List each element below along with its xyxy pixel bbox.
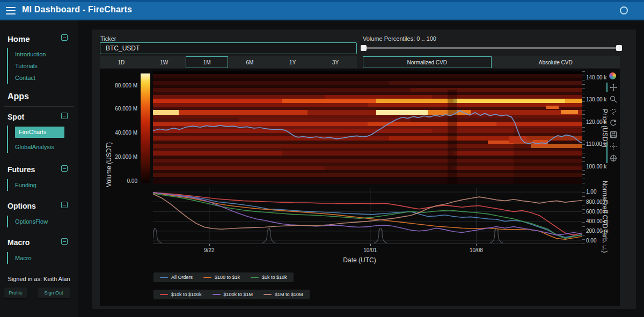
sidebar-header-apps: Apps bbox=[8, 92, 72, 101]
legend-swatch bbox=[264, 294, 272, 296]
absolute-cvd-button[interactable]: Absolute CVD bbox=[492, 56, 620, 68]
cvd-toggle-group: Normalized CVD Absolute CVD bbox=[363, 56, 620, 68]
lasso-select-icon[interactable] bbox=[609, 106, 618, 116]
legend-swatch bbox=[160, 277, 168, 278]
range-button-group: 1D 1W 1M 6M 1Y 3Y bbox=[100, 56, 357, 68]
save-icon[interactable] bbox=[609, 130, 618, 139]
range-button-1m[interactable]: 1M bbox=[186, 56, 229, 68]
sidebar-header-home: Home bbox=[8, 34, 72, 43]
price-tick: 140.00 k bbox=[586, 75, 606, 80]
colorbar-tick: 80.000 M bbox=[100, 83, 137, 89]
app-root: MI Dashboard - FireCharts Home Introduct… bbox=[0, 0, 644, 317]
legend-item[interactable]: $10k to $100k bbox=[160, 292, 202, 297]
crosshair-icon[interactable] bbox=[609, 153, 618, 163]
slider-handle-max[interactable] bbox=[616, 45, 622, 51]
modebar-active-indicator bbox=[606, 83, 608, 92]
colorbar-tick: 40.000 M bbox=[100, 130, 137, 136]
reset-axes-icon[interactable] bbox=[609, 118, 618, 128]
sidebar-item-globalanalysis[interactable]: GlobalAnalysis bbox=[15, 141, 70, 153]
x-tick-mark bbox=[370, 244, 371, 246]
modebar-active-indicator bbox=[606, 142, 608, 163]
slider-handle-min[interactable] bbox=[361, 45, 367, 51]
sidebar-group-home: Introduction Tutorials Contact bbox=[7, 48, 70, 84]
sidebar-group-options: OptionsFlow bbox=[7, 216, 70, 227]
sidebar-item-macro[interactable]: Macro bbox=[15, 252, 70, 264]
legend-item[interactable]: $1k to $10k bbox=[251, 275, 287, 280]
cvd-axis-title: Normalized CVD (arb. u.) bbox=[601, 171, 609, 262]
range-button-1d[interactable]: 1D bbox=[100, 56, 143, 68]
signed-in-text: Signed in as: Keith Alan bbox=[0, 276, 78, 282]
range-button-1y[interactable]: 1Y bbox=[271, 56, 314, 68]
price-axis-ticks bbox=[582, 71, 585, 184]
sidebar-header-macro: Macro bbox=[8, 238, 72, 247]
price-line bbox=[153, 110, 582, 144]
divider bbox=[4, 106, 74, 107]
collapse-icon[interactable] bbox=[61, 34, 68, 41]
collapse-icon[interactable] bbox=[61, 113, 68, 119]
firechart-figure: 80.000 M 60.000 M 40.000 M 20.000 M 0.00… bbox=[100, 69, 620, 306]
x-tick-mark bbox=[476, 244, 477, 246]
cvd-plot bbox=[153, 188, 582, 244]
content-card: Ticker Volume Percentiles: 0 .. 100 1D 1… bbox=[92, 30, 636, 309]
volume-colorbar bbox=[141, 73, 150, 183]
normalized-cvd-button[interactable]: Normalized CVD bbox=[363, 56, 492, 68]
sidebar: Home Introduction Tutorials Contact Apps… bbox=[0, 20, 78, 317]
legend-swatch bbox=[203, 277, 211, 278]
legend-item[interactable]: All Orders bbox=[160, 275, 193, 280]
app-bar: MI Dashboard - FireCharts bbox=[0, 0, 644, 20]
legend-row-1: All Orders $100 to $1k $1k to $10k bbox=[153, 272, 294, 282]
sidebar-item-optionsflow[interactable]: OptionsFlow bbox=[15, 216, 70, 227]
volume-axis-title: Volume (USDT) bbox=[105, 138, 113, 191]
volume-percentiles-slider[interactable] bbox=[363, 47, 620, 49]
legend-item[interactable]: $1M to $10M bbox=[264, 292, 303, 297]
x-tick-label: 10/01 bbox=[363, 247, 377, 253]
colorbar-tick: 60.000 M bbox=[100, 106, 137, 112]
legend-swatch bbox=[160, 294, 168, 296]
legend-swatch bbox=[251, 277, 259, 278]
pan-icon[interactable] bbox=[609, 83, 618, 92]
price-tick: 100.00 k bbox=[586, 164, 606, 169]
ticker-label: Ticker bbox=[100, 35, 116, 42]
spikelines-icon[interactable] bbox=[609, 142, 618, 151]
volume-percentiles-label: Volume Percentiles: 0 .. 100 bbox=[363, 35, 436, 42]
x-tick-mark bbox=[209, 244, 210, 246]
zoom-icon[interactable] bbox=[609, 94, 618, 104]
cvd-axis-ticks bbox=[582, 188, 585, 244]
legend-swatch bbox=[213, 294, 221, 296]
sidebar-item-tutorials[interactable]: Tutorials bbox=[15, 60, 70, 72]
x-tick-label: 10/08 bbox=[470, 247, 483, 253]
sidebar-item-introduction[interactable]: Introduction bbox=[15, 48, 70, 60]
loading-ring-icon bbox=[620, 6, 628, 14]
sidebar-group-spot: FireCharts GlobalAnalysis bbox=[7, 126, 70, 153]
range-button-3y[interactable]: 3Y bbox=[314, 56, 357, 68]
volume-heatmap[interactable] bbox=[153, 71, 582, 184]
plotly-logo-icon[interactable] bbox=[609, 71, 618, 80]
x-tick-label: 9/22 bbox=[204, 247, 214, 253]
collapse-icon[interactable] bbox=[61, 202, 68, 208]
legend-item[interactable]: $100k to $1M bbox=[213, 292, 253, 297]
sidebar-header-options: Options bbox=[8, 202, 72, 210]
sign-out-button[interactable]: Sign Out bbox=[38, 287, 70, 298]
sidebar-item-firecharts[interactable]: FireCharts bbox=[15, 127, 64, 138]
legend-item[interactable]: $100 to $1k bbox=[203, 275, 240, 280]
sidebar-item-funding[interactable]: Funding bbox=[15, 179, 70, 191]
range-button-1w[interactable]: 1W bbox=[143, 56, 186, 68]
sidebar-header-futures: Futures bbox=[8, 165, 72, 174]
app-title: MI Dashboard - FireCharts bbox=[22, 5, 132, 14]
collapse-icon[interactable] bbox=[61, 238, 68, 245]
menu-icon[interactable] bbox=[6, 7, 16, 15]
sidebar-group-macro: Macro bbox=[7, 252, 70, 264]
range-button-6m[interactable]: 6M bbox=[228, 56, 271, 68]
cvd-tick: 1.00 bbox=[586, 189, 596, 195]
sidebar-group-futures: Funding bbox=[7, 179, 70, 191]
price-line-chart bbox=[153, 71, 582, 184]
collapse-icon[interactable] bbox=[61, 165, 68, 172]
cvd-chart[interactable] bbox=[153, 188, 582, 244]
profile-button[interactable]: Profile bbox=[4, 287, 27, 298]
x-axis-title: Date (UTC) bbox=[333, 256, 386, 264]
cvd-tick: 0.00 bbox=[586, 238, 596, 244]
ticker-input[interactable] bbox=[100, 42, 357, 54]
sidebar-header-spot: Spot bbox=[8, 113, 72, 121]
legend-row-2: $10k to $100k $100k to $1M $1M to $10M bbox=[153, 290, 310, 299]
sidebar-item-contact[interactable]: Contact bbox=[15, 72, 70, 84]
